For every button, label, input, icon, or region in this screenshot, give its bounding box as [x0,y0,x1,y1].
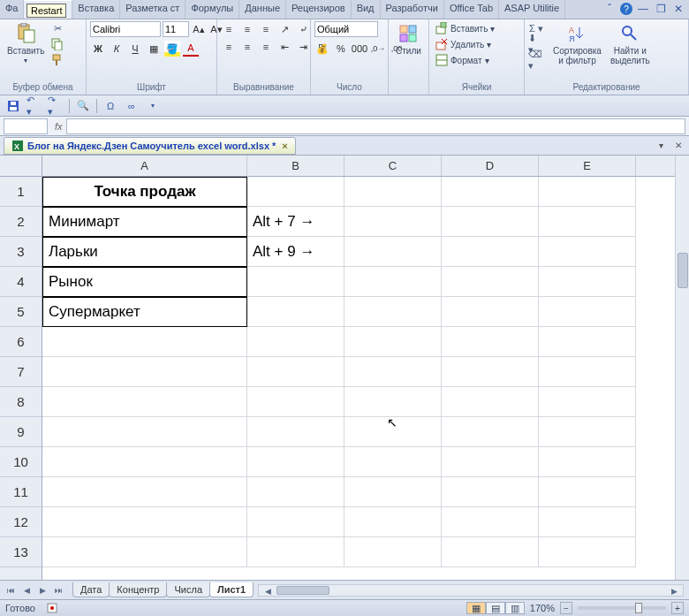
cell-D6[interactable] [442,327,539,357]
cell-D4[interactable] [442,267,539,297]
tab-data[interactable]: Данные [239,0,286,19]
cell-A1[interactable]: Точка продаж [42,177,247,207]
zoom-in-icon[interactable]: + [671,602,684,614]
cell-B4[interactable] [247,267,344,297]
help-icon[interactable]: ? [620,3,632,15]
grow-font-icon[interactable]: A▴ [191,21,207,37]
cell-C10[interactable] [344,447,442,477]
cell-A9[interactable] [42,417,247,447]
align-center-icon[interactable]: ≡ [239,39,255,55]
align-bottom-icon[interactable]: ≡ [258,21,274,37]
print-preview-icon[interactable]: 🔍 [75,98,91,114]
col-header-c[interactable]: C [344,156,442,176]
align-top-icon[interactable]: ≡ [221,21,237,37]
cell-C4[interactable] [344,267,442,297]
cell-B1[interactable] [247,177,344,207]
window-restore-icon[interactable]: ❐ [654,2,668,16]
orientation-icon[interactable]: ↗ [276,21,292,37]
cell-B13[interactable] [247,537,344,567]
cell-A12[interactable] [42,507,247,537]
tab-view[interactable]: Вид [352,0,381,19]
redo-icon[interactable]: ↷ ▾ [48,98,64,114]
row-header-1[interactable]: 1 [0,177,42,207]
zoom-level[interactable]: 170% [530,603,555,613]
formula-input[interactable] [66,118,685,134]
cell-E1[interactable] [539,177,636,207]
clear-icon[interactable]: ⌫ ▾ [528,53,544,67]
sheet-nav-next-icon[interactable]: ▶ [35,583,49,597]
comma-icon[interactable]: 000 [352,41,367,57]
hscroll-right-icon[interactable]: ▶ [667,584,681,598]
row-header-5[interactable]: 5 [0,297,42,327]
cell-E6[interactable] [539,327,636,357]
cell-A4[interactable]: Рынок [42,267,247,297]
tab-insert[interactable]: Вставка [72,0,120,19]
decrease-indent-icon[interactable]: ⇤ [276,39,292,55]
cell-A8[interactable] [42,387,247,417]
cell-E11[interactable] [539,477,636,507]
undo-icon[interactable]: ↶ ▾ [26,98,42,114]
cell-C6[interactable] [344,327,442,357]
cell-C7[interactable] [344,357,442,387]
wrap-text-icon[interactable]: ⤶ [295,21,311,37]
cell-D2[interactable] [442,207,539,237]
cell-B3[interactable]: Alt + 9 → [247,237,344,267]
cell-A3[interactable]: Ларьки [42,237,247,267]
cell-A10[interactable] [42,447,247,477]
increase-indent-icon[interactable]: ⇥ [295,39,311,55]
find-select-button[interactable]: Найти и выделить [607,21,654,67]
insert-cells-button[interactable]: Вставить ▾ [433,21,497,35]
cell-E13[interactable] [539,537,636,567]
align-left-icon[interactable]: ≡ [221,39,237,55]
cell-A13[interactable] [42,537,247,567]
border-button[interactable]: ▦ [146,41,162,57]
cell-B2[interactable]: Alt + 7 → [247,207,344,237]
cell-A5[interactable]: Супермаркет [42,297,247,327]
cell-B12[interactable] [247,507,344,537]
row-header-9[interactable]: 9 [0,417,42,447]
window-minimize-icon[interactable]: — [636,2,650,16]
cell-B9[interactable] [247,417,344,447]
zoom-slider[interactable] [578,606,666,610]
col-header-b[interactable]: B [247,156,344,176]
view-page-break-icon[interactable]: ▥ [505,602,525,614]
cell-D7[interactable] [442,357,539,387]
col-header-a[interactable]: A [42,156,247,176]
delete-cells-button[interactable]: Удалить ▾ [433,37,494,51]
zoom-thumb[interactable] [635,603,642,613]
copy-icon[interactable] [49,37,65,51]
cell-E4[interactable] [539,267,636,297]
cell-E9[interactable] [539,417,636,447]
cell-A2[interactable]: Минимарт [42,207,247,237]
cell-B11[interactable] [247,477,344,507]
row-header-3[interactable]: 3 [0,237,42,267]
tab-file[interactable]: Фа [0,0,24,19]
row-header-10[interactable]: 10 [0,447,42,477]
cell-C5[interactable] [344,297,442,327]
macro-record-icon[interactable] [44,601,60,615]
font-size-select[interactable] [163,21,189,37]
sheet-tab-Дата[interactable]: Дата [72,582,110,597]
workbook-tab[interactable]: X Блог на Яндекс.Дзен Самоучитель excel … [4,137,296,155]
cell-B10[interactable] [247,447,344,477]
cell-E8[interactable] [539,387,636,417]
qat-customize-icon[interactable]: ▾ [145,98,161,114]
sheet-tab-Числа[interactable]: Числа [166,582,210,597]
cells-area[interactable]: Точка продажМинимартAlt + 7 →ЛарькиAlt +… [42,177,675,580]
sheet-tab-Лист1[interactable]: Лист1 [209,582,254,597]
increase-decimal-icon[interactable]: ,0→ [370,41,386,57]
cell-D1[interactable] [442,177,539,207]
tab-review[interactable]: Рецензиров [286,0,352,19]
cell-E3[interactable] [539,237,636,267]
minimize-ribbon-icon[interactable]: ˇ [602,2,617,16]
paste-button[interactable]: Вставить ▾ [4,21,48,67]
hscroll-left-icon[interactable]: ◀ [261,584,275,598]
cell-E12[interactable] [539,507,636,537]
view-normal-icon[interactable]: ▦ [466,602,486,614]
underline-button[interactable]: Ч [127,41,143,57]
horizontal-scrollbar[interactable]: ◀ ▶ [258,584,684,597]
cell-D10[interactable] [442,447,539,477]
zoom-out-icon[interactable]: − [560,602,572,614]
cell-E10[interactable] [539,447,636,477]
cell-D13[interactable] [442,537,539,567]
